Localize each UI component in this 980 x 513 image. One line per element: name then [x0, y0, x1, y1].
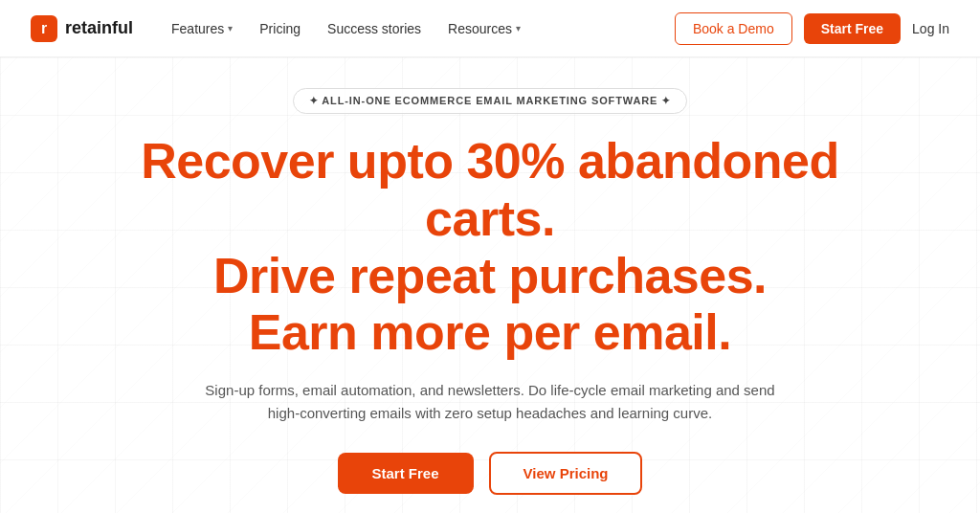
logo[interactable]: r retainful [31, 15, 133, 42]
login-button[interactable]: Log In [912, 21, 949, 36]
view-pricing-button[interactable]: View Pricing [489, 452, 643, 495]
nav-pricing[interactable]: Pricing [259, 21, 301, 36]
nav-actions: Book a Demo Start Free Log In [675, 12, 949, 45]
nav-success-stories[interactable]: Success stories [327, 21, 421, 36]
nav-resources[interactable]: Resources ▾ [448, 21, 521, 36]
chevron-down-icon-2: ▾ [516, 23, 521, 33]
hero-ctas: Start Free View Pricing [338, 452, 643, 495]
start-free-hero-button[interactable]: Start Free [338, 453, 474, 494]
logo-text: retainful [65, 18, 133, 38]
navbar: r retainful Features ▾ Pricing Success s… [0, 0, 980, 57]
hero-section: ✦ ALL-IN-ONE ECOMMERCE EMAIL MARKETING S… [0, 57, 980, 513]
nav-features[interactable]: Features ▾ [171, 21, 233, 36]
logo-icon: r [31, 15, 57, 42]
hero-subtext: Sign-up forms, email automation, and new… [193, 379, 787, 425]
start-free-nav-button[interactable]: Start Free [804, 13, 901, 44]
book-demo-button[interactable]: Book a Demo [675, 12, 792, 45]
chevron-down-icon: ▾ [228, 23, 233, 33]
nav-links: Features ▾ Pricing Success stories Resou… [171, 21, 675, 36]
hero-headline: Recover upto 30% abandoned carts. Drive … [96, 133, 884, 362]
hero-badge: ✦ ALL-IN-ONE ECOMMERCE EMAIL MARKETING S… [293, 88, 687, 114]
